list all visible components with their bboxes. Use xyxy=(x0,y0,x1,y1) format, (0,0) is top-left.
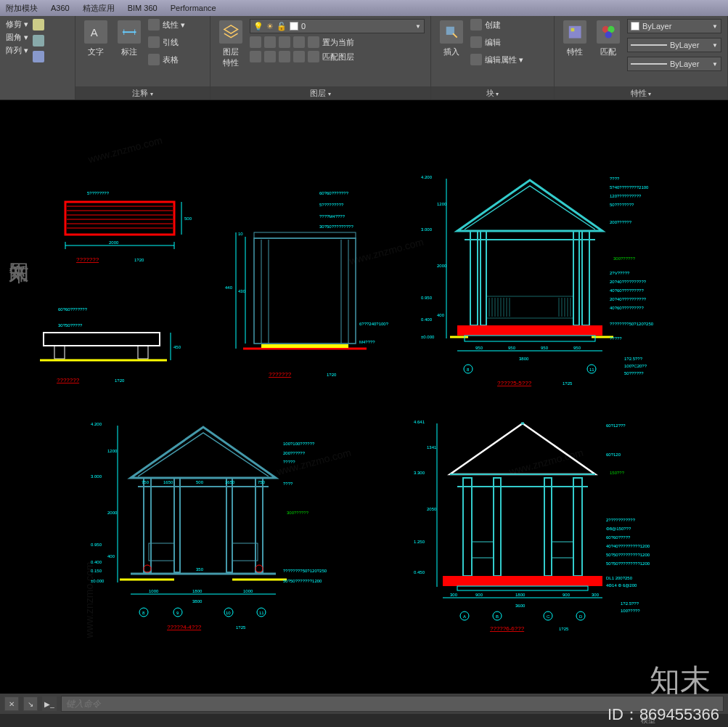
props-button[interactable]: 特性 xyxy=(560,19,589,59)
drawing-section-5: 4.200 3.000 0.950 0.400 ±0.000 1200 2000… xyxy=(414,158,719,391)
panel-layer-title[interactable]: 图层 xyxy=(210,86,430,99)
svg-text:50?50?????????1200: 50?50?????????1200 xyxy=(606,561,650,566)
color-dropdown[interactable]: ByLayer▼ xyxy=(627,19,721,33)
drawing-detail-3: 440 430 10 60?60??????? 5????????? ????M… xyxy=(210,180,399,391)
panel-props-title[interactable]: 特性 xyxy=(555,86,727,99)
svg-rect-176 xyxy=(443,576,602,586)
svg-text:0.400: 0.400 xyxy=(91,560,102,564)
layer-tool-icon[interactable] xyxy=(293,51,305,62)
linear-button[interactable]: 线性 ▾ xyxy=(148,19,185,31)
layer-tool-icon[interactable] xyxy=(293,36,305,48)
svg-text:3800: 3800 xyxy=(519,357,529,361)
svg-rect-37 xyxy=(254,232,356,238)
fillet-button[interactable]: 圆角 ▾ xyxy=(6,32,28,43)
drawing-detail-2: 60?60??????? 30?50????? 450 ??????? 1?20 xyxy=(22,296,181,391)
menu-fujia[interactable]: 附加模块 xyxy=(6,3,38,14)
drawing-canvas[interactable]: www.znzmo.com www.znzmo.com www.znzmo.co… xyxy=(0,100,728,694)
menu-a360[interactable]: A360 xyxy=(51,4,70,12)
svg-rect-36 xyxy=(254,238,356,344)
svg-text:1200: 1200 xyxy=(107,449,118,453)
match-props-button[interactable]: 匹配 xyxy=(594,19,623,59)
pencil-icon[interactable] xyxy=(33,19,44,31)
menu-jingxuan[interactable]: 精选应用 xyxy=(83,3,115,14)
svg-text:9: 9 xyxy=(176,611,179,615)
svg-text:????????50?120?250: ????????50?120?250 xyxy=(283,569,327,573)
svg-text:11: 11 xyxy=(259,611,264,615)
leader-button[interactable]: 引线 xyxy=(148,36,185,48)
linetype-dropdown[interactable]: ByLayer▼ xyxy=(627,57,721,71)
layer-tool-icon[interactable] xyxy=(264,51,276,62)
svg-text:0.950: 0.950 xyxy=(91,543,102,547)
watermark: www.znzmo.com xyxy=(87,134,164,166)
command-input[interactable] xyxy=(61,696,724,712)
svg-text:1341: 1341 xyxy=(427,445,437,450)
edit-block-button[interactable]: 编辑 xyxy=(470,36,523,48)
menubar: 附加模块 A360 精选应用 BIM 360 Performance xyxy=(0,0,728,16)
svg-text:3.000: 3.000 xyxy=(91,474,102,479)
svg-text:950: 950 xyxy=(475,346,483,350)
panel-block-title[interactable]: 块 xyxy=(431,86,554,99)
layer-dropdown[interactable]: 💡 ☀ 🔓 0 ▼ xyxy=(250,19,425,33)
layer-tool-icon[interactable] xyxy=(279,51,290,62)
svg-rect-57 xyxy=(470,231,478,325)
layer-tool-icon[interactable] xyxy=(250,51,261,62)
svg-text:???????: ??????? xyxy=(76,256,99,263)
match-icon xyxy=(308,51,319,62)
svg-text:1800: 1800 xyxy=(515,593,525,597)
svg-rect-5 xyxy=(569,26,581,38)
svg-text:20?40??????????: 20?40?????????? xyxy=(610,297,647,301)
layer-tool-icon[interactable] xyxy=(264,36,276,48)
status-bar: 模型 xyxy=(0,714,728,727)
svg-text:400: 400 xyxy=(107,554,115,559)
svg-text:60?120: 60?120 xyxy=(606,452,621,457)
svg-rect-172 xyxy=(544,478,552,576)
drawing-section-4: 4.200 3.000 0.950 0.400 0.150 ±0.000 120… xyxy=(80,405,385,638)
match-layer-button[interactable]: 匹配图层 xyxy=(308,51,354,62)
svg-text:1?20: 1?20 xyxy=(134,258,144,262)
model-tab[interactable]: 模型 xyxy=(641,715,655,726)
svg-text:400: 400 xyxy=(437,313,445,317)
svg-text:1?25: 1?25 xyxy=(559,627,569,631)
ribbon: 修剪 ▾ 圆角 ▾ 阵列 ▾ . A 文字 标注 线性 ▾ xyxy=(0,16,728,100)
menu-performance[interactable]: Performance xyxy=(171,4,216,12)
insert-button[interactable]: 插入 xyxy=(437,19,466,59)
svg-text:3600: 3600 xyxy=(515,604,525,608)
make-current-button[interactable]: 置为当前 xyxy=(308,36,354,48)
svg-rect-119 xyxy=(174,478,180,572)
dim-button[interactable]: 标注 xyxy=(115,19,144,59)
lightbulb-icon: 💡 xyxy=(253,22,263,31)
layer-tool-icon[interactable] xyxy=(279,36,290,48)
svg-text:50??????: 50?????? xyxy=(624,371,644,375)
insert-icon xyxy=(440,20,463,44)
command-line: ✕ ↘ ▶_ xyxy=(0,694,728,714)
create-block-button[interactable]: 创建 xyxy=(470,19,523,31)
recent-cmd-button[interactable]: ↘ xyxy=(23,696,38,711)
svg-rect-174 xyxy=(472,542,494,558)
text-button[interactable]: A 文字 xyxy=(81,19,110,59)
leader-icon xyxy=(148,36,160,48)
array-button[interactable]: 阵列 ▾ xyxy=(6,45,28,56)
svg-text:1000: 1000 xyxy=(243,589,253,593)
svg-text:750: 750 xyxy=(142,480,150,484)
lineweight-dropdown[interactable]: ByLayer▼ xyxy=(627,38,721,52)
box-icon[interactable] xyxy=(33,35,44,46)
trim-button[interactable]: 修剪 ▾ xyxy=(6,19,28,30)
svg-text:10: 10 xyxy=(238,232,243,236)
edit-attr-button[interactable]: 编辑属性 ▾ xyxy=(470,54,523,65)
layer-tool-icon[interactable] xyxy=(250,36,261,48)
layer-props-button[interactable]: 图层 特性 xyxy=(216,19,245,70)
svg-text:900: 900 xyxy=(475,593,483,597)
svg-rect-43 xyxy=(261,344,348,348)
close-cmd-button[interactable]: ✕ xyxy=(4,696,19,711)
svg-text:5?????????: 5????????? xyxy=(319,203,344,207)
panel-annotation-title[interactable]: 注释 xyxy=(75,86,210,99)
edit-icon xyxy=(470,36,482,48)
svg-text:1?20: 1?20 xyxy=(327,373,337,377)
table-button[interactable]: 表格 xyxy=(148,54,185,65)
shape-icon[interactable] xyxy=(33,51,44,62)
svg-text:????: ???? xyxy=(610,176,620,181)
svg-text:2000: 2000 xyxy=(107,511,118,515)
menu-bim360[interactable]: BIM 360 xyxy=(128,4,158,12)
svg-text:4.641: 4.641 xyxy=(414,420,425,424)
color-swatch xyxy=(290,22,298,31)
